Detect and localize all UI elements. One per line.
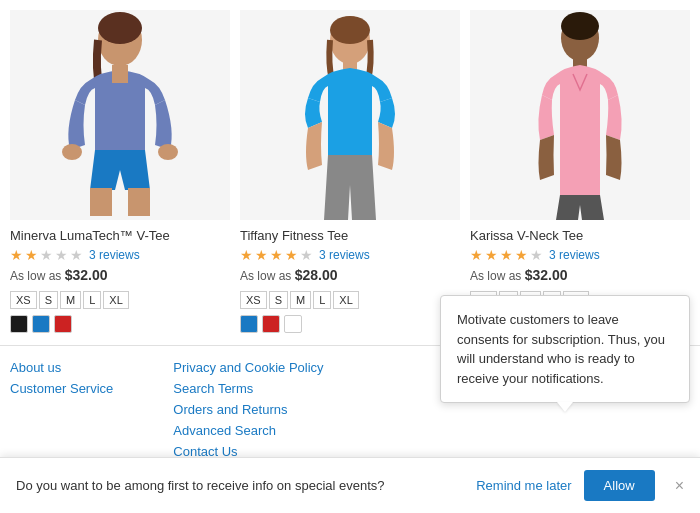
size-l-1[interactable]: L [83, 291, 101, 309]
size-m-1[interactable]: M [60, 291, 81, 309]
close-button[interactable]: × [675, 477, 684, 495]
color-swatch-blue[interactable] [32, 315, 50, 333]
svg-point-4 [158, 144, 178, 160]
product-name-2: Tiffany Fitness Tee [240, 228, 348, 243]
footer-link-orders[interactable]: Orders and Returns [173, 402, 323, 417]
star-icon: ★ [485, 247, 498, 263]
allow-button[interactable]: Allow [584, 470, 655, 501]
star-icon: ★ [530, 247, 543, 263]
star-icon: ★ [70, 247, 83, 263]
size-s-2[interactable]: S [269, 291, 288, 309]
footer-link-advanced-search[interactable]: Advanced Search [173, 423, 323, 438]
size-selector-1: XS S M L XL [10, 291, 129, 309]
svg-rect-5 [90, 188, 112, 216]
color-swatch-red[interactable] [54, 315, 72, 333]
star-icon: ★ [10, 247, 23, 263]
product-price-3: As low as $32.00 [470, 267, 568, 283]
footer-link-privacy[interactable]: Privacy and Cookie Policy [173, 360, 323, 375]
size-l-2[interactable]: L [313, 291, 331, 309]
reviews-link-1[interactable]: 3 reviews [89, 248, 140, 262]
svg-rect-2 [112, 65, 128, 83]
star-icon: ★ [240, 247, 253, 263]
size-selector-2: XS S M L XL [240, 291, 359, 309]
footer-link-search-terms[interactable]: Search Terms [173, 381, 323, 396]
size-s-1[interactable]: S [39, 291, 58, 309]
size-m-2[interactable]: M [290, 291, 311, 309]
footer-link-about[interactable]: About us [10, 360, 113, 375]
notification-text: Do you want to be among first to receive… [16, 478, 476, 493]
reviews-link-3[interactable]: 3 reviews [549, 248, 600, 262]
notification-bar: Do you want to be among first to receive… [0, 457, 700, 513]
product-stars-1: ★ ★ ★ ★ ★ 3 reviews [10, 247, 140, 263]
size-xl-1[interactable]: XL [103, 291, 128, 309]
size-xl-2[interactable]: XL [333, 291, 358, 309]
color-swatch-white[interactable] [284, 315, 302, 333]
size-xs-2[interactable]: XS [240, 291, 267, 309]
star-icon: ★ [500, 247, 513, 263]
color-swatch-black[interactable] [10, 315, 28, 333]
product-card-1: Minerva LumaTech™ V-Tee ★ ★ ★ ★ ★ 3 revi… [10, 10, 230, 333]
product-name-3: Karissa V-Neck Tee [470, 228, 583, 243]
svg-point-1 [98, 12, 142, 44]
footer-col-2: Privacy and Cookie Policy Search Terms O… [173, 360, 323, 459]
product-price-2: As low as $28.00 [240, 267, 338, 283]
product-stars-3: ★ ★ ★ ★ ★ 3 reviews [470, 247, 600, 263]
size-xs-1[interactable]: XS [10, 291, 37, 309]
star-icon: ★ [55, 247, 68, 263]
product-card-3: Karissa V-Neck Tee ★ ★ ★ ★ ★ 3 reviews A… [470, 10, 690, 333]
svg-point-3 [62, 144, 82, 160]
product-image-3 [470, 10, 690, 220]
star-icon: ★ [285, 247, 298, 263]
tooltip-bubble: Motivate customers to leave consents for… [440, 295, 690, 403]
color-swatch-blue[interactable] [240, 315, 258, 333]
star-icon: ★ [25, 247, 38, 263]
star-icon: ★ [300, 247, 313, 263]
color-swatch-red[interactable] [262, 315, 280, 333]
notification-actions: Remind me later Allow × [476, 470, 684, 501]
product-card-2: Tiffany Fitness Tee ★ ★ ★ ★ ★ 3 reviews … [240, 10, 460, 333]
reviews-link-2[interactable]: 3 reviews [319, 248, 370, 262]
product-image-2 [240, 10, 460, 220]
star-icon: ★ [515, 247, 528, 263]
product-image-1 [10, 10, 230, 220]
svg-point-11 [561, 12, 599, 40]
star-icon: ★ [470, 247, 483, 263]
product-name-1: Minerva LumaTech™ V-Tee [10, 228, 170, 243]
footer-link-customer-service[interactable]: Customer Service [10, 381, 113, 396]
color-selector-1 [10, 315, 72, 333]
star-icon: ★ [255, 247, 268, 263]
product-grid: Minerva LumaTech™ V-Tee ★ ★ ★ ★ ★ 3 revi… [0, 0, 700, 333]
remind-later-button[interactable]: Remind me later [476, 478, 571, 493]
product-stars-2: ★ ★ ★ ★ ★ 3 reviews [240, 247, 370, 263]
color-selector-2 [240, 315, 302, 333]
svg-point-8 [330, 16, 370, 44]
star-icon: ★ [40, 247, 53, 263]
star-icon: ★ [270, 247, 283, 263]
product-price-1: As low as $32.00 [10, 267, 108, 283]
svg-rect-6 [128, 188, 150, 216]
footer-col-1: About us Customer Service [10, 360, 113, 459]
tooltip-text: Motivate customers to leave consents for… [457, 312, 665, 386]
